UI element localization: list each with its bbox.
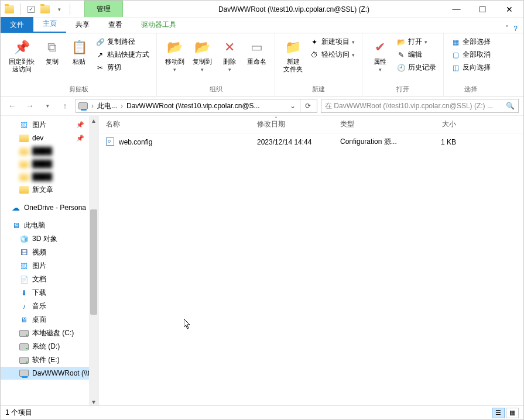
move-to-button[interactable]: 📂移动到▾ [162, 36, 188, 75]
new-folder-button[interactable]: 📁新建 文件夹 [280, 36, 306, 75]
tree-item-onedrive[interactable]: ☁OneDrive - Persona [1, 201, 98, 214]
tab-drive-tools[interactable]: 驱动器工具 [132, 17, 186, 33]
column-headers[interactable]: 名称 修改日期 类型 大小 [99, 116, 523, 133]
search-placeholder: 在 DavWWWRoot (\\test10.vip.cpolar.cn@SSL… [325, 101, 493, 111]
forward-button[interactable]: → [23, 99, 37, 113]
contextual-tab-manage[interactable]: 管理 [84, 1, 123, 17]
onedrive-icon: ☁ [11, 203, 20, 212]
documents-icon: 📄 [19, 275, 29, 284]
qat-properties-icon[interactable] [26, 4, 36, 15]
scroll-up-icon[interactable]: ▴ [89, 116, 98, 125]
file-row[interactable]: web.config 2023/12/14 14:44 Configuratio… [99, 133, 523, 150]
ribbon-tabs: 文件 主页 共享 查看 驱动器工具 ˄ ? [1, 18, 523, 33]
col-date[interactable]: 修改日期 [257, 119, 340, 129]
back-button[interactable]: ← [5, 99, 19, 113]
tab-home[interactable]: 主页 [33, 16, 66, 33]
qat-newfolder-icon[interactable] [40, 4, 50, 15]
tree-item-pictures-qa[interactable]: 🖼图片📌 [1, 118, 98, 132]
tree-item-3dobjects[interactable]: 🧊3D 对象 [1, 232, 98, 246]
paste-button[interactable]: 📋 粘贴 [66, 36, 92, 68]
select-none-button[interactable]: ▢全部取消 [448, 49, 493, 61]
scroll-thumb[interactable] [90, 209, 97, 315]
view-icons-button[interactable]: ▦ [506, 408, 519, 418]
ribbon-collapse-icon[interactable]: ˄ [505, 25, 509, 33]
drive-icon [19, 356, 29, 365]
pc-icon: 🖥 [11, 221, 20, 230]
edit-button[interactable]: ✎编辑 [394, 49, 439, 61]
video-icon: 🎞 [19, 248, 29, 257]
search-icon: 🔍 [506, 102, 515, 110]
file-date: 2023/12/14 14:44 [257, 138, 340, 146]
address-dropdown-icon[interactable]: ⌄ [287, 102, 298, 110]
paste-icon: 📋 [70, 38, 88, 57]
tree-item-documents[interactable]: 📄文档 [1, 273, 98, 286]
qat-dropdown-icon[interactable]: ▾ [54, 4, 64, 15]
copy-button[interactable]: ⧉ 复制 [39, 36, 65, 68]
close-button[interactable]: ✕ [496, 2, 522, 17]
breadcrumb-path[interactable]: DavWWWRoot (\\test10.vip.cpolar.cn@S... [126, 102, 260, 110]
easy-access-button[interactable]: ⏱轻松访问 ▾ [307, 49, 357, 61]
ribbon-group-clipboard: 📌 固定到快 速访问 ⧉ 复制 📋 粘贴 🔗复制路径 ↗粘贴快捷方式 ✂剪切 剪… [1, 33, 157, 96]
organize-group-label: 组织 [210, 84, 222, 95]
new-group-label: 新建 [312, 84, 325, 95]
select-all-button[interactable]: ▦全部选择 [448, 36, 493, 48]
copy-to-button[interactable]: 📂复制到▾ [189, 36, 215, 75]
tree-item-soft-e[interactable]: 软件 (E:) [1, 353, 98, 367]
history-button[interactable]: 🕘历史记录 [394, 61, 439, 74]
breadcrumb-pc[interactable]: 此电... [97, 101, 117, 111]
tree-item-music[interactable]: ♪音乐 [1, 299, 98, 313]
delete-button[interactable]: ✕删除▾ [217, 36, 242, 75]
recent-dropdown[interactable]: ▾ [40, 99, 54, 113]
tree-item-this-pc[interactable]: 🖥此电脑 [1, 219, 98, 232]
copy-path-button[interactable]: 🔗复制路径 [93, 36, 152, 48]
history-icon: 🕘 [396, 63, 406, 73]
tree-item-local-c[interactable]: 本地磁盘 (C:) [1, 326, 98, 340]
up-button[interactable]: ↑ [58, 99, 72, 113]
refresh-button[interactable]: ⟳ [300, 99, 314, 112]
cut-button[interactable]: ✂剪切 [93, 61, 152, 74]
desktop-icon: 🖥 [19, 315, 29, 325]
tree-item-dev[interactable]: dev📌 [1, 132, 98, 144]
tree-item-new-article[interactable]: 新文章 [1, 183, 98, 197]
tree-item-hidden[interactable]: ████ [1, 170, 98, 183]
col-type[interactable]: 类型 [340, 119, 409, 129]
pin-quickaccess-button[interactable]: 📌 固定到快 速访问 [5, 36, 38, 75]
invert-icon: ◫ [451, 63, 460, 73]
pin-indicator-icon: 📌 [76, 135, 84, 142]
new-folder-icon: 📁 [284, 38, 303, 57]
minimize-button[interactable]: — [443, 2, 470, 17]
pin-icon: 📌 [12, 38, 31, 57]
tree-item-desktop[interactable]: 🖥桌面 [1, 313, 98, 326]
sort-indicator-icon: ˄ [275, 116, 278, 122]
view-details-button[interactable]: ☰ [492, 408, 505, 418]
help-icon[interactable]: ? [513, 25, 518, 33]
properties-button[interactable]: ✔属性▾ [367, 36, 393, 75]
file-list[interactable]: ˄ 名称 修改日期 类型 大小 web.config 2023/12/14 14… [99, 116, 523, 407]
tree-item-downloads[interactable]: ⬇下载 [1, 286, 98, 299]
tree-item-sys-d[interactable]: 系统 (D:) [1, 340, 98, 353]
tab-file[interactable]: 文件 [1, 17, 33, 33]
tree-item-videos[interactable]: 🎞视频 [1, 246, 98, 259]
paste-shortcut-button[interactable]: ↗粘贴快捷方式 [93, 49, 152, 61]
tree-item-hidden[interactable]: ████ [1, 157, 98, 170]
tab-view[interactable]: 查看 [99, 17, 132, 33]
open-button[interactable]: 📂打开 ▾ [394, 36, 439, 48]
netdrive-icon [78, 102, 88, 109]
select-group-label: 选择 [464, 84, 477, 95]
tree-item-hidden[interactable]: ████ [1, 144, 98, 157]
tree-item-dav[interactable]: DavWWWRoot (\\t [1, 367, 98, 380]
new-item-button[interactable]: ✦新建项目 ▾ [307, 36, 357, 48]
maximize-button[interactable]: ☐ [470, 2, 496, 17]
navigation-tree[interactable]: 🖼图片📌 dev📌 ████ ████ ████ 新文章 ☁OneDrive -… [1, 116, 99, 407]
tree-scrollbar[interactable]: ▴ ▾ [89, 116, 98, 407]
tab-share[interactable]: 共享 [66, 17, 99, 33]
search-box[interactable]: 在 DavWWWRoot (\\test10.vip.cpolar.cn@SSL… [321, 99, 519, 113]
rename-button[interactable]: ▭重命名 [244, 36, 270, 68]
col-name[interactable]: 名称 [106, 119, 257, 129]
address-bar[interactable]: › 此电... › DavWWWRoot (\\test10.vip.cpola… [76, 99, 317, 113]
clipboard-group-label: 剪贴板 [69, 84, 88, 95]
invert-selection-button[interactable]: ◫反向选择 [448, 61, 493, 74]
tree-item-pictures[interactable]: 🖼图片 [1, 259, 98, 273]
newitem-icon: ✦ [310, 37, 319, 47]
col-size[interactable]: 大小 [409, 119, 456, 129]
